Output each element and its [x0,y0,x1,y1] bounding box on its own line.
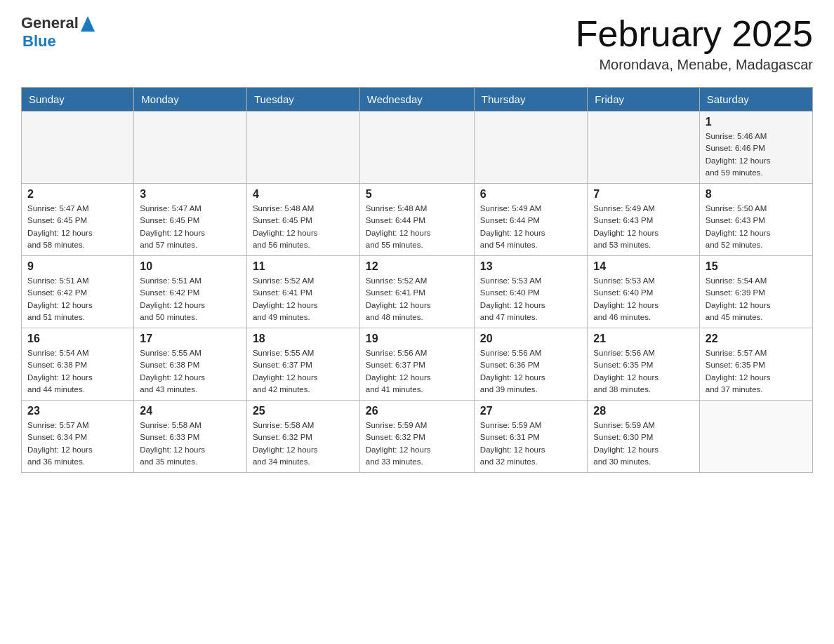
calendar-cell: 13Sunrise: 5:53 AMSunset: 6:40 PMDayligh… [474,256,587,328]
day-number: 4 [253,188,354,201]
day-info: Sunrise: 5:53 AMSunset: 6:40 PMDaylight:… [593,275,693,323]
day-info: Sunrise: 5:50 AMSunset: 6:43 PMDaylight:… [706,203,807,251]
day-info: Sunrise: 5:52 AMSunset: 6:41 PMDaylight:… [366,275,468,323]
day-info: Sunrise: 5:56 AMSunset: 6:35 PMDaylight:… [593,347,693,396]
calendar-cell: 11Sunrise: 5:52 AMSunset: 6:41 PMDayligh… [246,256,359,328]
day-info: Sunrise: 5:57 AMSunset: 6:34 PMDaylight:… [27,420,128,468]
calendar-cell: 15Sunrise: 5:54 AMSunset: 6:39 PMDayligh… [699,256,812,328]
header: General Blue February 2025 Morondava, Me… [21,14,813,73]
day-info: Sunrise: 5:59 AMSunset: 6:31 PMDaylight:… [480,420,581,468]
calendar-cell: 6Sunrise: 5:49 AMSunset: 6:44 PMDaylight… [474,184,587,256]
day-info: Sunrise: 5:47 AMSunset: 6:45 PMDaylight:… [27,203,128,251]
calendar-header-thursday: Thursday [474,88,587,112]
day-number: 9 [27,260,128,273]
calendar-week-row: 2Sunrise: 5:47 AMSunset: 6:45 PMDaylight… [22,184,813,256]
day-number: 22 [706,333,807,345]
calendar-week-row: 1Sunrise: 5:46 AMSunset: 6:46 PMDaylight… [22,112,813,184]
day-number: 24 [140,405,241,417]
calendar-cell: 8Sunrise: 5:50 AMSunset: 6:43 PMDaylight… [699,184,812,256]
calendar-cell: 2Sunrise: 5:47 AMSunset: 6:45 PMDaylight… [22,184,134,256]
calendar-cell [22,112,134,184]
day-info: Sunrise: 5:59 AMSunset: 6:32 PMDaylight:… [366,420,468,468]
logo-general-text: General [21,14,79,32]
day-info: Sunrise: 5:52 AMSunset: 6:41 PMDaylight:… [253,275,354,323]
day-number: 11 [253,260,354,273]
calendar-cell: 18Sunrise: 5:55 AMSunset: 6:37 PMDayligh… [246,328,359,401]
day-number: 1 [706,116,807,128]
calendar-cell: 7Sunrise: 5:49 AMSunset: 6:43 PMDaylight… [588,184,699,256]
logo: General Blue [21,14,95,51]
day-info: Sunrise: 5:53 AMSunset: 6:40 PMDaylight:… [480,275,581,323]
day-number: 14 [593,260,693,273]
day-info: Sunrise: 5:49 AMSunset: 6:43 PMDaylight:… [593,203,693,251]
calendar-cell: 9Sunrise: 5:51 AMSunset: 6:42 PMDaylight… [22,256,134,328]
calendar-week-row: 16Sunrise: 5:54 AMSunset: 6:38 PMDayligh… [22,328,813,401]
day-info: Sunrise: 5:51 AMSunset: 6:42 PMDaylight:… [27,275,128,323]
calendar-cell: 12Sunrise: 5:52 AMSunset: 6:41 PMDayligh… [359,256,474,328]
calendar-cell: 22Sunrise: 5:57 AMSunset: 6:35 PMDayligh… [699,328,812,401]
day-number: 28 [593,405,693,417]
day-info: Sunrise: 5:47 AMSunset: 6:45 PMDaylight:… [140,203,241,251]
day-info: Sunrise: 5:46 AMSunset: 6:46 PMDaylight:… [706,130,807,179]
calendar-header-monday: Monday [134,88,247,112]
calendar-header-row: SundayMondayTuesdayWednesdayThursdayFrid… [22,88,813,112]
day-number: 8 [706,188,807,201]
day-info: Sunrise: 5:57 AMSunset: 6:35 PMDaylight:… [706,347,807,396]
calendar-cell: 27Sunrise: 5:59 AMSunset: 6:31 PMDayligh… [474,401,587,473]
day-number: 6 [480,188,581,201]
day-number: 25 [253,405,354,417]
day-number: 3 [140,188,241,201]
day-number: 5 [366,188,468,201]
location-title: Morondava, Menabe, Madagascar [576,57,813,73]
day-number: 20 [480,333,581,345]
day-number: 27 [480,405,581,417]
day-info: Sunrise: 5:58 AMSunset: 6:33 PMDaylight:… [140,420,241,468]
calendar-table: SundayMondayTuesdayWednesdayThursdayFrid… [21,87,813,473]
day-number: 12 [366,260,468,273]
day-number: 15 [706,260,807,273]
calendar-week-row: 9Sunrise: 5:51 AMSunset: 6:42 PMDaylight… [22,256,813,328]
day-number: 7 [593,188,693,201]
day-number: 10 [140,260,241,273]
calendar-cell [359,112,474,184]
title-area: February 2025 Morondava, Menabe, Madagas… [576,14,813,73]
svg-marker-0 [81,16,95,32]
calendar-cell: 5Sunrise: 5:48 AMSunset: 6:44 PMDaylight… [359,184,474,256]
month-title: February 2025 [576,14,813,54]
calendar-cell: 17Sunrise: 5:55 AMSunset: 6:38 PMDayligh… [134,328,247,401]
calendar-cell: 4Sunrise: 5:48 AMSunset: 6:45 PMDaylight… [246,184,359,256]
day-info: Sunrise: 5:55 AMSunset: 6:37 PMDaylight:… [253,347,354,396]
day-info: Sunrise: 5:51 AMSunset: 6:42 PMDaylight:… [140,275,241,323]
day-number: 26 [366,405,468,417]
calendar-cell: 3Sunrise: 5:47 AMSunset: 6:45 PMDaylight… [134,184,247,256]
day-number: 13 [480,260,581,273]
day-number: 2 [27,188,128,201]
day-info: Sunrise: 5:58 AMSunset: 6:32 PMDaylight:… [253,420,354,468]
calendar-cell: 16Sunrise: 5:54 AMSunset: 6:38 PMDayligh… [22,328,134,401]
calendar-header-friday: Friday [588,88,699,112]
calendar-cell: 23Sunrise: 5:57 AMSunset: 6:34 PMDayligh… [22,401,134,473]
day-info: Sunrise: 5:54 AMSunset: 6:38 PMDaylight:… [27,347,128,396]
calendar-cell [474,112,587,184]
day-number: 21 [593,333,693,345]
day-info: Sunrise: 5:49 AMSunset: 6:44 PMDaylight:… [480,203,581,251]
calendar-cell [699,401,812,473]
day-number: 19 [366,333,468,345]
calendar-header-tuesday: Tuesday [246,88,359,112]
logo-triangle-icon [81,16,95,32]
calendar-cell: 25Sunrise: 5:58 AMSunset: 6:32 PMDayligh… [246,401,359,473]
calendar-header-wednesday: Wednesday [359,88,474,112]
calendar-cell: 21Sunrise: 5:56 AMSunset: 6:35 PMDayligh… [588,328,699,401]
calendar-cell: 20Sunrise: 5:56 AMSunset: 6:36 PMDayligh… [474,328,587,401]
day-info: Sunrise: 5:56 AMSunset: 6:37 PMDaylight:… [366,347,468,396]
day-number: 23 [27,405,128,417]
calendar-week-row: 23Sunrise: 5:57 AMSunset: 6:34 PMDayligh… [22,401,813,473]
day-info: Sunrise: 5:48 AMSunset: 6:44 PMDaylight:… [366,203,468,251]
calendar-cell: 26Sunrise: 5:59 AMSunset: 6:32 PMDayligh… [359,401,474,473]
day-info: Sunrise: 5:59 AMSunset: 6:30 PMDaylight:… [593,420,693,468]
day-number: 16 [27,333,128,345]
day-info: Sunrise: 5:56 AMSunset: 6:36 PMDaylight:… [480,347,581,396]
calendar-cell [246,112,359,184]
day-info: Sunrise: 5:54 AMSunset: 6:39 PMDaylight:… [706,275,807,323]
calendar-cell: 1Sunrise: 5:46 AMSunset: 6:46 PMDaylight… [699,112,812,184]
